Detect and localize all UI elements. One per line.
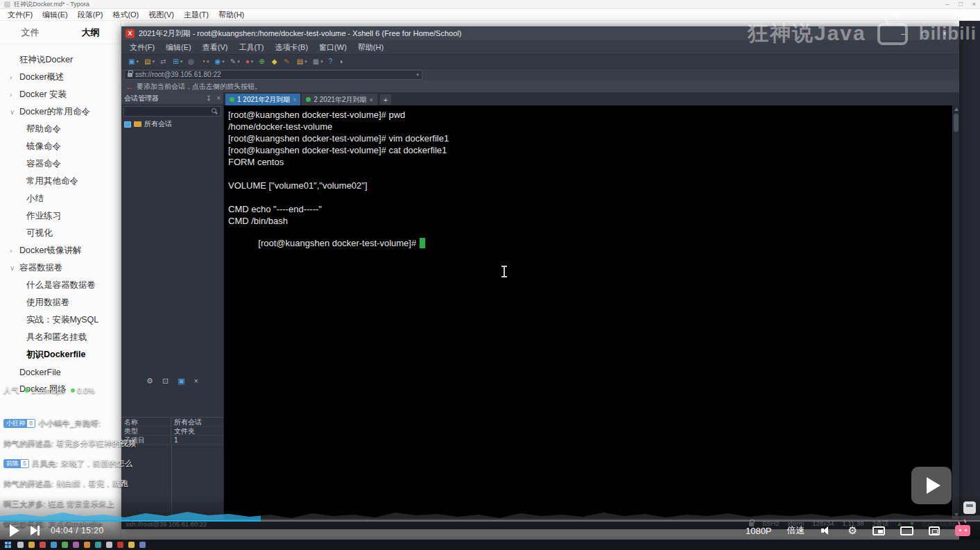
scroll-up-icon[interactable]: [954, 108, 958, 111]
taskbar-app-icon[interactable]: [106, 542, 112, 548]
outline-item[interactable]: › Docker镜像讲解: [0, 242, 121, 259]
taskbar-search-icon[interactable]: [17, 542, 24, 548]
address-input[interactable]: ssh://root@39.105.61.80:22 ▾: [124, 70, 422, 80]
big-play-button[interactable]: [911, 467, 952, 504]
menu-item[interactable]: 主题(T): [179, 10, 214, 20]
settings-gear-icon[interactable]: ⚙: [848, 525, 857, 536]
open-session-icon[interactable]: ▤ ▾: [141, 56, 157, 67]
terminal-scrollbar[interactable]: [952, 105, 959, 519]
terminal-tab[interactable]: 2 2021年2月到期 ×: [302, 94, 377, 105]
bilibili-tv-icon[interactable]: [955, 525, 970, 536]
network-icon[interactable]: ◉ ▾: [212, 56, 227, 67]
volume-icon[interactable]: [820, 525, 833, 536]
layout-icon[interactable]: ▣: [178, 377, 184, 386]
chevron-icon[interactable]: ›: [10, 247, 18, 255]
menu-item[interactable]: 文件(F): [3, 10, 37, 20]
taskbar-app-icon[interactable]: [73, 542, 79, 548]
feedback-icon[interactable]: ◗: [336, 56, 347, 67]
record-icon[interactable]: ● ▾: [243, 56, 257, 67]
menu-item[interactable]: 帮助(H): [352, 42, 389, 53]
outline-item[interactable]: 作业练习: [0, 207, 121, 225]
outline-item[interactable]: › Docker 安装: [0, 86, 121, 103]
outline-item[interactable]: 初识Dockerfile: [0, 346, 121, 363]
outline-item[interactable]: 可视化: [0, 225, 121, 242]
menu-item[interactable]: 帮助(H): [214, 10, 249, 20]
menu-item[interactable]: 工具(T): [233, 42, 269, 53]
annotation-brush-icon[interactable]: [963, 501, 976, 514]
terminal-tab[interactable]: 1 2021年2月到期 ×: [225, 94, 300, 105]
new-session-icon[interactable]: ▣ ▾: [126, 56, 141, 67]
outline-item[interactable]: 使用数据卷: [0, 294, 121, 311]
taskbar-app-icon[interactable]: [40, 542, 46, 548]
fullscreen-icon[interactable]: [929, 526, 940, 535]
outline-item[interactable]: 容器命令: [0, 155, 121, 173]
minimize-button[interactable]: –: [945, 1, 949, 8]
taskbar-app-icon[interactable]: [139, 542, 146, 548]
taskbar-app-icon[interactable]: [95, 542, 101, 548]
chevron-icon[interactable]: ›: [10, 74, 18, 81]
duplicate-tab-icon[interactable]: ⊞ ▾: [170, 56, 185, 67]
layout-icon[interactable]: ▦ ▾: [310, 56, 326, 67]
outline-item[interactable]: DockerFile: [0, 363, 121, 381]
next-episode-button[interactable]: [31, 526, 40, 535]
compose-icon[interactable]: ✎ ▾: [227, 56, 243, 67]
terminal[interactable]: [root@kuangshen docker-test-volume]# pwd…: [224, 105, 959, 519]
reconnect-icon[interactable]: ⇄: [157, 56, 170, 67]
folder-icon[interactable]: ▤ ▾: [294, 56, 310, 67]
scrollbar-thumb[interactable]: [954, 114, 958, 132]
menu-item[interactable]: 编辑(E): [160, 42, 197, 53]
menu-item[interactable]: 格式(O): [108, 10, 144, 20]
menu-item[interactable]: 段落(P): [73, 10, 108, 20]
taskbar-app-icon[interactable]: [51, 542, 57, 548]
chevron-icon[interactable]: ›: [10, 91, 18, 98]
chevron-down-icon[interactable]: ▾: [416, 72, 419, 78]
menu-item[interactable]: 选项卡(B): [269, 42, 313, 53]
taskbar-app-icon[interactable]: [84, 542, 90, 548]
sidebar-tab[interactable]: 大纲: [60, 26, 121, 39]
menu-item[interactable]: 文件(F): [124, 42, 160, 53]
taskbar-app-icon[interactable]: [28, 542, 35, 548]
quality-button[interactable]: 1080P: [746, 526, 772, 536]
outline-item[interactable]: 小结: [0, 190, 121, 207]
sidebar-tab[interactable]: 文件: [0, 26, 60, 39]
outline-item[interactable]: ∨ 容器数据卷: [0, 259, 121, 277]
outline-item[interactable]: 狂神说Docker: [0, 51, 121, 69]
tab-close-icon[interactable]: ×: [293, 96, 296, 103]
settings-icon[interactable]: ⚙: [146, 377, 153, 386]
minimize-button[interactable]: –: [893, 30, 913, 37]
outline-item[interactable]: ∨ Docker的常用命令: [0, 103, 121, 121]
lock-icon[interactable]: ◆: [269, 56, 282, 67]
play-button[interactable]: [10, 524, 19, 537]
menu-item[interactable]: 编辑(E): [37, 10, 73, 20]
menu-item[interactable]: 窗口(W): [313, 42, 352, 53]
find-icon[interactable]: ◎: [185, 56, 198, 67]
scroll-down-icon[interactable]: [954, 513, 958, 517]
maximize-button[interactable]: □: [958, 1, 962, 8]
outline-item[interactable]: 具名和匿名挂载: [0, 329, 121, 346]
pip-icon[interactable]: [872, 526, 885, 535]
menu-item[interactable]: 视图(V): [144, 10, 179, 20]
help-icon[interactable]: ?: [326, 56, 337, 67]
session-search-input[interactable]: [123, 106, 221, 117]
outline-item[interactable]: 什么是容器数据卷: [0, 277, 121, 294]
outline-item[interactable]: 实战：安装MySQL: [0, 311, 121, 329]
lock-icon[interactable]: ⊡: [162, 377, 169, 386]
new-tab-button[interactable]: +: [380, 94, 391, 105]
dashboard-icon[interactable]: ◔ ▾: [198, 56, 212, 67]
outline-item[interactable]: 镜像命令: [0, 138, 121, 155]
menu-item[interactable]: 查看(V): [197, 42, 234, 53]
outline-item[interactable]: › Docker概述: [0, 69, 121, 86]
pin-icon[interactable]: ↧: [206, 94, 212, 102]
chevron-icon[interactable]: ∨: [10, 264, 18, 272]
close-icon[interactable]: ×: [216, 94, 221, 102]
taskbar-app-icon[interactable]: [117, 542, 123, 548]
close-button[interactable]: ×: [972, 1, 976, 8]
marker-icon[interactable]: ✎: [281, 56, 293, 67]
taskbar-app-icon[interactable]: [62, 542, 68, 548]
outline-item[interactable]: 常用其他命令: [0, 173, 121, 190]
taskbar-app-icon[interactable]: [128, 542, 135, 548]
close-button[interactable]: ×: [934, 30, 955, 37]
fullscreen-arrows-icon[interactable]: ⊕: [256, 56, 268, 67]
close-icon[interactable]: ×: [194, 377, 198, 385]
chevron-icon[interactable]: ∨: [10, 108, 18, 116]
